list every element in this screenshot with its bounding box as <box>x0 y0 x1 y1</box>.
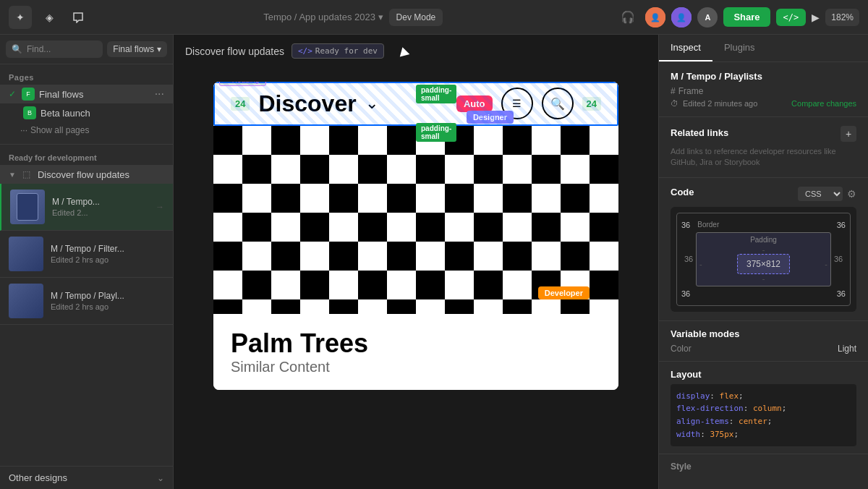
canvas-frame-title: Discover flow updates <box>185 46 284 57</box>
frame-size: 375×812 <box>737 254 790 274</box>
breadcrumb: Tempo / App updates 2023 ▾ <box>263 12 383 22</box>
other-designs-section[interactable]: Other designs ⌄ <box>0 466 173 489</box>
card-time-3: Edited 2 hrs ago <box>51 302 164 311</box>
plugins-tab[interactable]: Plugins <box>712 35 767 61</box>
page-item-final-flows[interactable]: ✓ F Final flows ··· <box>0 85 173 103</box>
filter-chevron: ▾ <box>157 44 161 54</box>
card-arrow-1: → <box>156 202 164 212</box>
code-line-1: display: flex; <box>676 390 851 403</box>
card-info-3: M / Tempo / Playl... Edited 2 hrs ago <box>51 291 164 311</box>
left-num-badge: 24 <box>231 97 250 111</box>
filter-label: Final flows <box>113 44 154 54</box>
card-time-2: Edited 2 hrs ago <box>51 255 164 264</box>
size-row: - 375×812 - <box>699 254 827 274</box>
edited-info: ⏱ Edited 2 minutes ago Compare changes <box>671 99 856 108</box>
color-mode-value: Light <box>838 344 856 354</box>
play-button[interactable]: ▶ <box>812 12 820 23</box>
flow-card-3[interactable]: M / Tempo / Playl... Edited 2 hrs ago <box>0 278 173 325</box>
headphones-btn[interactable]: 🎧 <box>616 6 639 29</box>
inspect-tab[interactable]: Inspect <box>659 35 712 61</box>
card-thumb-3 <box>9 284 43 318</box>
component-tool-btn[interactable]: ◈ <box>38 6 61 29</box>
box-bottom: 36 36 <box>681 286 846 301</box>
box-top: 36 Border 36 <box>681 218 846 232</box>
cursor-pointer <box>398 46 410 56</box>
checkered-pattern <box>213 126 618 314</box>
search-input[interactable]: 🔍 Find... <box>6 41 103 58</box>
zoom-button[interactable]: 182% <box>825 9 859 26</box>
card-info-2: M / Tempo / Filter... Edited 2 hrs ago <box>51 244 164 264</box>
edit-clock-icon: ⏱ <box>671 99 678 108</box>
component-label-text: M / Heading <box>232 82 260 84</box>
other-designs-label: Other designs <box>9 472 67 483</box>
border-bottom-left-num: 36 <box>681 289 690 298</box>
search-icon: 🔍 <box>12 44 22 54</box>
content-area: Palm Trees Similar Content <box>213 314 618 390</box>
badge-code-icon: </> <box>298 46 312 56</box>
related-links-title: Related links <box>671 127 728 138</box>
canvas-area: Discover flow updates </> Ready for dev … <box>174 35 658 489</box>
code-section: Code CSS SCSS ⚙ 36 Border 36 <box>659 178 868 321</box>
box-model: 36 Border 36 36 Padding - <box>671 207 856 312</box>
card-info-1: M / Tempo... Edited 2... <box>52 197 148 217</box>
frame-icon-small: # <box>671 86 676 96</box>
developer-tag: Developer <box>538 286 590 299</box>
border-bottom-right-num: 36 <box>837 289 846 298</box>
padding-small-bottom-tag: padding-small <box>416 123 456 142</box>
show-all-icon: ··· <box>20 125 27 135</box>
frame-label: Frame <box>678 86 704 96</box>
flow-card-1[interactable]: M / Tempo... Edited 2... → <box>0 184 173 231</box>
code-line-2: flex-direction: column; <box>676 402 851 415</box>
search-placeholder: Find... <box>27 44 51 54</box>
show-all-label: Show all pages <box>30 125 89 135</box>
frame-type-label: # Frame <box>671 86 703 96</box>
check-icon: ✓ <box>9 89 16 99</box>
expand-icon: ▼ <box>9 171 16 179</box>
main-content: 🔍 Find... Final flows ▾ Pages ✓ F Final … <box>0 35 868 489</box>
other-designs-chevron: ⌄ <box>157 473 164 483</box>
flow-card-2[interactable]: M / Tempo / Filter... Edited 2 hrs ago <box>0 231 173 278</box>
border-top-right-num: 36 <box>837 221 846 229</box>
cursor-tool-btn[interactable]: ✦ <box>9 6 32 29</box>
toolbar-section: M / Heading padding-small 24 Discover ⌄ <box>213 82 618 126</box>
compare-changes-link[interactable]: Compare changes <box>791 99 856 108</box>
canvas-content[interactable]: M / Heading padding-small 24 Discover ⌄ <box>174 67 658 489</box>
code-toggle-button[interactable]: </> <box>776 9 807 26</box>
pad-left: - <box>699 260 702 268</box>
code-settings-btn[interactable]: ⚙ <box>847 188 856 200</box>
page-options-btn[interactable]: ··· <box>155 88 164 101</box>
avatar-2: 👤 <box>671 7 692 27</box>
pages-section: Pages ✓ F Final flows ··· B Beta launch … <box>0 64 173 144</box>
padding-dash-top: - <box>699 245 827 254</box>
discover-text: Discover <box>258 90 356 117</box>
border-left-num: 36 <box>681 255 696 263</box>
filter-dropdown[interactable]: Final flows ▾ <box>107 41 167 57</box>
flow-label: Discover flow updates <box>38 169 129 180</box>
dropdown-chevron[interactable]: ▾ <box>378 12 383 22</box>
related-links-header: Related links + <box>671 126 856 142</box>
comment-tool-btn[interactable] <box>67 6 90 29</box>
variable-modes-section: Variable modes Color Light <box>659 321 868 362</box>
ready-label: Ready for development <box>0 150 173 165</box>
design-frame: M / Heading padding-small 24 Discover ⌄ <box>213 82 618 390</box>
color-mode-label: Color <box>671 344 692 354</box>
add-link-button[interactable]: + <box>841 126 856 142</box>
code-title: Code <box>671 187 694 197</box>
pad-right: - <box>825 260 827 268</box>
border-label: Border <box>697 221 719 229</box>
css-format-dropdown[interactable]: CSS SCSS <box>798 187 843 201</box>
breadcrumb-area: Tempo / App updates 2023 ▾ Dev Mode <box>263 9 443 26</box>
page-item-beta-launch[interactable]: B Beta launch <box>0 103 173 122</box>
file-name: App updates 2023 <box>299 12 375 22</box>
page-label-final-flows: Final flows <box>39 89 83 100</box>
toolbar-chevron: ⌄ <box>365 94 378 113</box>
search-circle-btn[interactable]: 🔍 <box>542 88 574 119</box>
show-all-pages[interactable]: ··· Show all pages <box>0 122 173 138</box>
frame-title: M / Tempo / Playlists <box>671 71 856 82</box>
share-button[interactable]: Share <box>723 7 770 27</box>
designer-tag: Designer <box>467 111 514 124</box>
discover-flow-item[interactable]: ▼ ⬚ Discover flow updates <box>0 165 173 184</box>
page-icon-final-flows: F <box>22 88 35 101</box>
right-num-badge: 24 <box>582 97 601 111</box>
dev-mode-button[interactable]: Dev Mode <box>389 9 443 26</box>
